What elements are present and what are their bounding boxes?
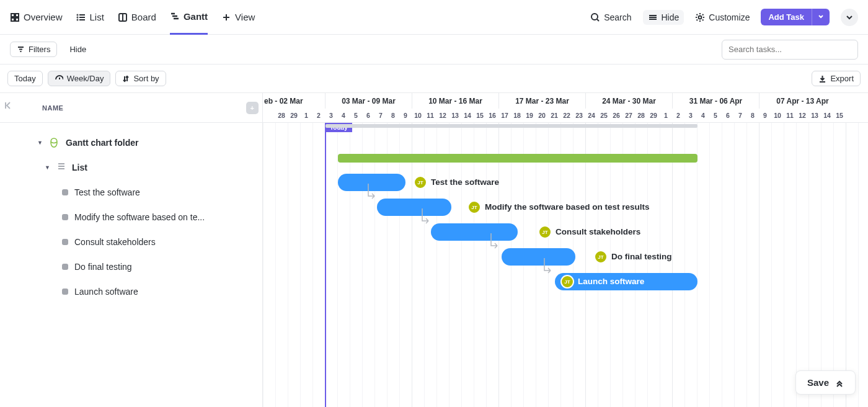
- task-row[interactable]: Do final testing: [0, 254, 262, 279]
- avatar[interactable]: JT: [560, 275, 574, 288]
- list-row[interactable]: ▼ List: [0, 155, 262, 180]
- gridline: [337, 123, 338, 407]
- task-list-panel: NAME + ▼ Gantt chart folder ▼ List Test …: [0, 93, 263, 407]
- tab-gantt[interactable]: Gantt: [170, 0, 208, 35]
- avatar[interactable]: JT: [414, 176, 427, 189]
- day-cell: 18: [511, 109, 523, 122]
- weekday-button[interactable]: Week/Day: [48, 71, 111, 86]
- day-cell: 4: [697, 109, 709, 122]
- label: Search: [604, 12, 631, 22]
- search-button[interactable]: Search: [590, 12, 631, 22]
- task-row[interactable]: Consult stakeholders: [0, 230, 262, 254]
- add-column-button[interactable]: +: [246, 102, 259, 114]
- view-tabs: Overview List Board Gantt View: [10, 0, 255, 35]
- week-cell: 24 Mar - 30 Mar: [585, 93, 672, 109]
- export-button[interactable]: Export: [812, 71, 861, 86]
- svg-rect-2: [11, 18, 14, 21]
- plus-icon: [221, 12, 231, 22]
- gantt-icon: [170, 11, 180, 21]
- day-cell: 9: [399, 109, 412, 122]
- gantt-bar[interactable]: [377, 199, 451, 216]
- today-button[interactable]: Today: [7, 71, 43, 86]
- gridline: [275, 123, 276, 407]
- tab-board[interactable]: Board: [118, 0, 156, 35]
- week-cell: 10 Mar - 16 Mar: [412, 93, 498, 109]
- gridline: [374, 123, 375, 407]
- add-task-label: Add Task: [761, 9, 812, 25]
- task-bullet-icon: [62, 288, 68, 295]
- customize-button[interactable]: Customize: [695, 12, 750, 22]
- hide-link[interactable]: Hide: [69, 45, 86, 54]
- grid-icon: [10, 12, 20, 22]
- list-icon: [76, 12, 86, 22]
- caret-down-icon[interactable]: ▼: [37, 140, 43, 146]
- day-cell: 2: [672, 109, 684, 122]
- add-task-dropdown[interactable]: [812, 9, 830, 25]
- tab-list[interactable]: List: [76, 0, 104, 35]
- task-tree: ▼ Gantt chart folder ▼ List Test the sof…: [0, 123, 262, 304]
- day-cell: 22: [560, 109, 573, 122]
- gridline: [288, 123, 288, 407]
- bar-label: Modify the software based on test result…: [485, 202, 650, 212]
- chevron-up-double-icon: [835, 378, 844, 387]
- avatar[interactable]: JT: [538, 225, 552, 239]
- task-bullet-icon: [62, 264, 68, 270]
- gridline: [436, 123, 437, 407]
- week-cell: 03 Mar - 09 Mar: [325, 93, 412, 109]
- gantt-body[interactable]: Today JT Test the software JT Modify the…: [263, 123, 868, 407]
- folder-row[interactable]: ▼ Gantt chart folder: [0, 130, 262, 155]
- day-cell: 16: [486, 109, 498, 122]
- tab-label: View: [235, 12, 255, 22]
- gridline: [759, 123, 760, 407]
- gantt-bar[interactable]: [502, 248, 575, 266]
- gridline: [610, 123, 611, 407]
- day-cell: 2: [312, 109, 325, 122]
- day-cell: 3: [325, 109, 337, 122]
- filter-icon: [17, 45, 25, 53]
- caret-down-icon[interactable]: ▼: [45, 164, 51, 171]
- day-cell: 9: [759, 109, 771, 122]
- gridline: [672, 123, 673, 407]
- day-cell: 12: [796, 109, 808, 122]
- task-bullet-icon: [62, 189, 68, 195]
- day-cell: 8: [387, 109, 399, 122]
- top-bar: Overview List Board Gantt View Search Hi…: [0, 0, 868, 35]
- bar-label: Consult stakeholders: [556, 227, 640, 236]
- label: Week/Day: [67, 74, 104, 83]
- day-cell: 26: [610, 109, 622, 122]
- more-menu[interactable]: [841, 9, 858, 26]
- gridline: [449, 123, 450, 407]
- gridline: [312, 123, 313, 407]
- gridline: [846, 123, 846, 407]
- tab-overview[interactable]: Overview: [10, 0, 63, 35]
- chevron-down-icon: [846, 14, 853, 21]
- search-input[interactable]: [722, 40, 858, 60]
- gridline: [350, 123, 350, 407]
- group-bar[interactable]: [338, 154, 698, 163]
- gantt-header: eb - 02 Mar 03 Mar - 09 Mar 10 Mar - 16 …: [263, 93, 868, 123]
- label: Save: [807, 377, 829, 388]
- filters-button[interactable]: Filters: [10, 42, 57, 57]
- add-task-button[interactable]: Add Task: [761, 9, 830, 25]
- task-row[interactable]: Launch software: [0, 279, 262, 304]
- save-button[interactable]: Save: [795, 370, 856, 395]
- summary-bar[interactable]: [326, 124, 698, 128]
- bar-label: Do final testing: [611, 252, 672, 261]
- task-row[interactable]: Test the software: [0, 180, 262, 205]
- day-cell: 4: [337, 109, 350, 122]
- tab-label: List: [90, 12, 104, 22]
- avatar[interactable]: JT: [467, 200, 481, 214]
- svg-line-18: [597, 19, 599, 21]
- avatar[interactable]: JT: [594, 250, 608, 264]
- hide-button[interactable]: Hide: [643, 10, 684, 25]
- label: Hide: [662, 12, 680, 22]
- gridline: [474, 123, 474, 407]
- gantt-panel: eb - 02 Mar 03 Mar - 09 Mar 10 Mar - 16 …: [263, 93, 868, 407]
- gridline: [585, 123, 586, 407]
- gridline: [647, 123, 648, 407]
- sortby-button[interactable]: Sort by: [115, 71, 166, 86]
- list-icon: [56, 162, 66, 174]
- gridline: [263, 123, 264, 407]
- task-row[interactable]: Modify the software based on te...: [0, 205, 262, 230]
- tab-add-view[interactable]: View: [221, 0, 255, 35]
